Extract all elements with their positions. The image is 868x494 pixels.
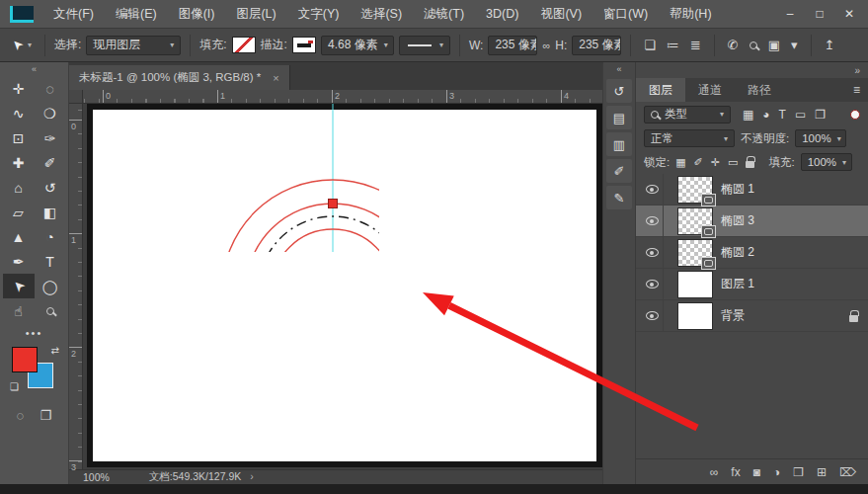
arrange-layers-icon[interactable]: ❏ xyxy=(644,38,656,52)
menu-item-0[interactable]: 文件(F) xyxy=(42,0,105,28)
layer-name[interactable]: 椭圆 1 xyxy=(721,181,754,198)
filter-type-dropdown[interactable]: 类型 ▾ xyxy=(644,106,731,124)
blur-tool[interactable]: ▲ xyxy=(3,224,35,249)
minimize-button[interactable]: – xyxy=(775,7,805,21)
visibility-toggle[interactable] xyxy=(642,269,664,299)
horizontal-ruler[interactable]: 01234 xyxy=(83,90,602,104)
status-chevron-icon[interactable]: › xyxy=(250,470,254,482)
vertical-ruler[interactable]: 0123 xyxy=(69,104,83,469)
ellipse-tool[interactable]: ◯ xyxy=(35,274,66,298)
delete-layer-icon[interactable]: ⌦ xyxy=(839,465,856,479)
panel-tab-通道[interactable]: 通道 xyxy=(685,78,735,102)
fill-dropdown[interactable]: 100% ▾ xyxy=(801,153,852,171)
brushes-panel-icon[interactable]: ✐ xyxy=(606,159,632,183)
history-brush-tool[interactable]: ↺ xyxy=(35,175,66,200)
link-dimensions-icon[interactable]: ∞ xyxy=(542,40,550,51)
menu-item-9[interactable]: 窗口(W) xyxy=(592,0,659,28)
lock-transparency-icon[interactable]: ▦ xyxy=(675,156,685,169)
workspace-icon[interactable]: ▣ xyxy=(768,38,780,52)
filter-toggle-icon[interactable] xyxy=(850,110,860,120)
history-panel-icon[interactable]: ↺ xyxy=(606,79,632,103)
zoom-level[interactable]: 100% xyxy=(83,471,110,483)
quick-selection-tool[interactable]: ❍ xyxy=(35,101,66,125)
zoom-tool[interactable] xyxy=(35,298,66,323)
panel-tab-图层[interactable]: 图层 xyxy=(636,78,685,102)
path-selection-tool[interactable]: ➤ xyxy=(3,274,35,298)
expand-panel-icon[interactable]: » xyxy=(854,65,860,76)
menu-item-2[interactable]: 图像(I) xyxy=(168,0,226,28)
healing-brush-tool[interactable]: ✚ xyxy=(3,150,35,175)
crop-tool[interactable]: ⊡ xyxy=(3,125,35,150)
type-tool[interactable]: T xyxy=(35,249,66,274)
foreground-color-swatch[interactable] xyxy=(12,347,38,372)
layer-thumbnail[interactable] xyxy=(677,239,713,267)
menu-item-7[interactable]: 3D(D) xyxy=(475,0,529,28)
filter-adjustment-icon[interactable]: ◕ xyxy=(762,108,769,122)
lock-artboard-icon[interactable]: ▭ xyxy=(728,156,738,169)
select-mode-dropdown[interactable]: 现用图层 ▾ xyxy=(86,36,181,55)
gradient-tool[interactable]: ◧ xyxy=(35,200,66,224)
align-layers-icon[interactable]: ≔ xyxy=(667,38,679,52)
close-button[interactable]: ✕ xyxy=(834,7,864,21)
layer-row-图层 1[interactable]: 图层 1 xyxy=(636,269,868,300)
preview-device-icon[interactable]: ✆ xyxy=(728,38,739,52)
visibility-toggle[interactable] xyxy=(642,237,664,268)
marquee-tool[interactable]: ◌ xyxy=(35,76,66,101)
menu-item-10[interactable]: 帮助(H) xyxy=(659,0,722,28)
layer-row-椭圆 3[interactable]: 椭圆 3 xyxy=(636,206,868,237)
width-input[interactable]: 235 像素 xyxy=(488,36,537,55)
menu-item-6[interactable]: 滤镜(T) xyxy=(413,0,475,28)
visibility-toggle[interactable] xyxy=(642,300,664,331)
menu-item-3[interactable]: 图层(L) xyxy=(225,0,286,28)
close-tab-icon[interactable]: × xyxy=(273,72,278,84)
layer-thumbnail[interactable] xyxy=(677,207,713,235)
screen-mode-icon[interactable]: ❐ xyxy=(40,408,52,423)
visibility-toggle[interactable] xyxy=(642,206,664,236)
move-tool[interactable]: ✛ xyxy=(3,76,35,101)
layer-style-icon[interactable]: fx xyxy=(731,465,740,479)
filter-pixel-icon[interactable]: ▦ xyxy=(743,108,753,122)
workspace-caret-icon[interactable]: ▾ xyxy=(791,38,798,52)
dodge-tool[interactable]: ◔ xyxy=(35,224,66,249)
filter-smart-object-icon[interactable]: ❐ xyxy=(815,108,826,122)
search-icon[interactable] xyxy=(750,41,757,49)
layer-row-椭圆 1[interactable]: 椭圆 1 xyxy=(636,174,868,206)
add-layer-mask-icon[interactable]: ◙ xyxy=(753,465,760,479)
current-tool-button[interactable]: ➤ ▾ xyxy=(8,38,36,52)
stroke-swatch[interactable] xyxy=(292,37,316,53)
filter-type-icon[interactable]: T xyxy=(779,108,786,122)
panel-tab-路径[interactable]: 路径 xyxy=(735,78,784,102)
menu-item-5[interactable]: 选择(S) xyxy=(350,0,413,28)
link-layers-icon[interactable]: ∞ xyxy=(710,465,719,479)
menu-item-4[interactable]: 文字(Y) xyxy=(287,0,351,28)
stroke-width-dropdown[interactable]: 4.68 像素 ▾ xyxy=(321,36,394,55)
layer-row-椭圆 2[interactable]: 椭圆 2 xyxy=(636,237,868,269)
canvas-page[interactable] xyxy=(93,110,596,461)
share-image-icon[interactable]: ↥ xyxy=(825,38,835,52)
quick-mask-icon[interactable]: ◌ xyxy=(17,408,25,423)
new-group-icon[interactable]: ❒ xyxy=(793,465,804,479)
opacity-dropdown[interactable]: 100% ▾ xyxy=(795,129,846,147)
pen-tool[interactable]: ✒ xyxy=(3,249,35,274)
ruler-origin-corner[interactable] xyxy=(69,90,83,104)
adjustment-layer-icon[interactable]: ◑ xyxy=(773,465,780,479)
collapse-dock-icon[interactable]: « xyxy=(616,62,621,76)
menu-item-8[interactable]: 视图(V) xyxy=(529,0,592,28)
eyedropper-tool[interactable]: ✑ xyxy=(35,125,66,150)
swap-colors-icon[interactable]: ⇄ xyxy=(51,345,59,356)
layer-name[interactable]: 椭圆 3 xyxy=(721,212,754,229)
brush-tool[interactable]: ✐ xyxy=(35,150,66,175)
layer-name[interactable]: 图层 1 xyxy=(721,276,754,292)
lasso-tool[interactable]: ∿ xyxy=(3,101,35,125)
fill-swatch[interactable] xyxy=(232,37,256,53)
new-layer-icon[interactable]: ⊞ xyxy=(817,465,827,479)
stroke-type-dropdown[interactable]: ▾ xyxy=(399,36,450,55)
filter-shape-icon[interactable]: ▭ xyxy=(795,108,806,122)
layer-thumbnail[interactable] xyxy=(677,176,713,204)
eraser-tool[interactable]: ▱ xyxy=(3,200,35,224)
properties-panel-icon[interactable]: ▤ xyxy=(606,106,632,129)
lock-paint-icon[interactable]: ✐ xyxy=(694,156,703,169)
menu-item-1[interactable]: 编辑(E) xyxy=(105,0,168,28)
edit-toolbar-icon[interactable]: ••• xyxy=(0,327,68,339)
lock-position-icon[interactable]: ✛ xyxy=(711,156,720,169)
